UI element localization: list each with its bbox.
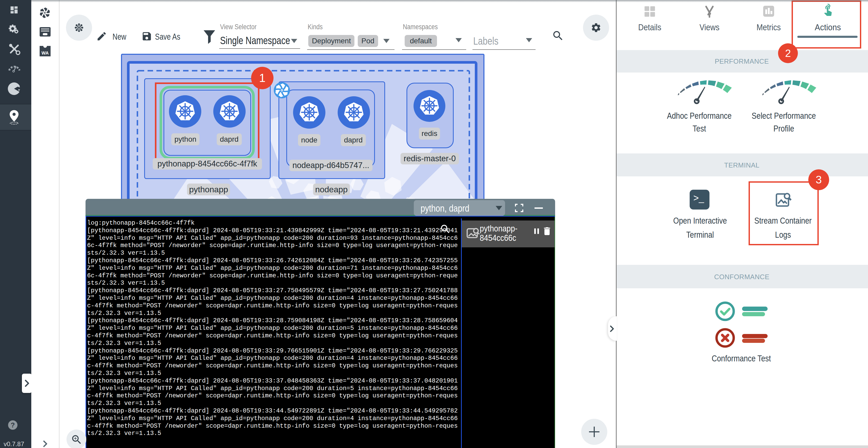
svg-text:WA: WA — [41, 51, 49, 56]
